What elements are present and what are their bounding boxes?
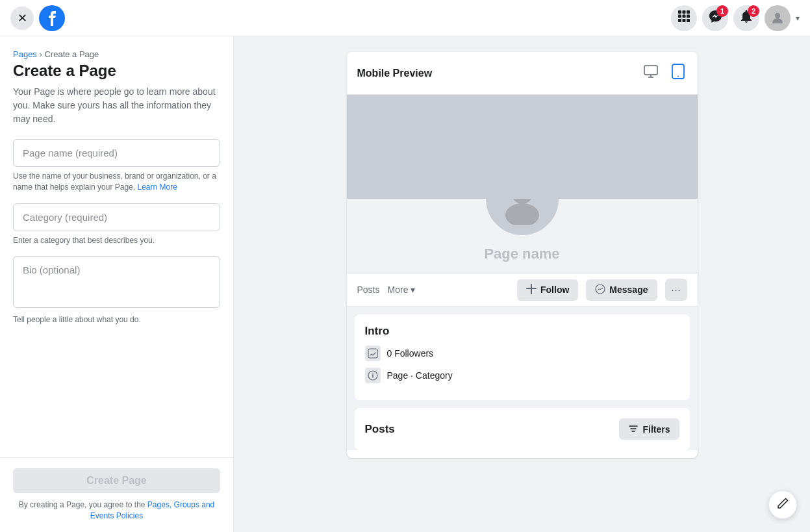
notifications-badge: 2 xyxy=(748,5,759,17)
page-category-text: Page · Category xyxy=(387,370,453,381)
left-sidebar: Pages › Create a Page Create a Page Your… xyxy=(0,36,234,532)
sidebar-bottom: Create Page By creating a Page, you agre… xyxy=(0,457,233,532)
followers-icon xyxy=(365,346,381,361)
svg-point-10 xyxy=(775,13,780,18)
mobile-preview-content: Page name Posts More ▾ xyxy=(347,95,698,450)
preview-header: Mobile Preview xyxy=(347,52,698,95)
messenger-button[interactable]: 1 xyxy=(702,5,728,31)
follow-button[interactable]: Follow xyxy=(517,279,578,301)
bio-hint: Tell people a little about what you do. xyxy=(13,314,220,325)
create-page-button[interactable]: Create Page xyxy=(13,468,220,493)
right-content: Mobile Preview xyxy=(234,36,810,532)
page-category-item: Page · Category xyxy=(365,368,679,383)
svg-rect-4 xyxy=(678,15,681,18)
svg-point-15 xyxy=(677,76,679,77)
preview-more-tab[interactable]: More ▾ xyxy=(388,285,416,295)
edit-floating-button[interactable] xyxy=(768,490,797,519)
chevron-down-icon: ▾ xyxy=(411,285,415,295)
breadcrumb-current: Create a Page xyxy=(44,49,99,59)
category-group: Enter a category that best describes you… xyxy=(13,203,220,246)
info-icon xyxy=(365,368,381,383)
breadcrumb-pages-link[interactable]: Pages xyxy=(13,49,37,59)
cover-photo xyxy=(347,95,698,199)
intro-title: Intro xyxy=(365,325,679,338)
apps-grid-button[interactable] xyxy=(671,5,697,31)
message-button[interactable]: Message xyxy=(586,279,657,301)
main-layout: Pages › Create a Page Create a Page Your… xyxy=(0,36,810,532)
svg-point-20 xyxy=(596,285,605,294)
svg-rect-5 xyxy=(683,15,686,18)
category-hint: Enter a category that best describes you… xyxy=(13,235,220,246)
page-name-hint: Use the name of your business, brand or … xyxy=(13,171,220,193)
terms-text: By creating a Page, you agree to the Pag… xyxy=(13,500,220,522)
follow-icon xyxy=(526,284,537,296)
preview-title: Mobile Preview xyxy=(357,68,433,79)
breadcrumb: Pages › Create a Page xyxy=(13,49,220,59)
svg-rect-21 xyxy=(368,349,377,358)
facebook-logo xyxy=(39,5,65,31)
svg-rect-1 xyxy=(678,10,681,14)
page-name-group: Use the name of your business, brand or … xyxy=(13,139,220,193)
topnav-right: 1 2 ▾ xyxy=(671,5,800,31)
bio-textarea[interactable] xyxy=(13,256,220,308)
desktop-preview-button[interactable] xyxy=(640,61,661,85)
page-description: Your Page is where people go to learn mo… xyxy=(13,85,220,126)
intro-section: Intro 0 Followers xyxy=(355,314,690,400)
close-button[interactable]: ✕ xyxy=(10,6,34,30)
preview-more-label: More xyxy=(388,285,409,295)
mobile-icon xyxy=(672,68,685,82)
svg-point-17 xyxy=(505,203,539,225)
ellipsis-icon: ··· xyxy=(671,283,681,297)
message-icon xyxy=(595,284,605,296)
terms-link[interactable]: Pages, Groups and Events Policies xyxy=(90,500,214,520)
preview-posts-tab[interactable]: Posts xyxy=(357,285,380,295)
profile-dropdown-arrow[interactable]: ▾ xyxy=(796,14,800,23)
posts-section-title: Posts xyxy=(365,423,395,436)
page-name-input[interactable] xyxy=(13,139,220,167)
preview-card: Mobile Preview xyxy=(347,52,698,458)
notifications-button[interactable]: 2 xyxy=(733,5,759,31)
preview-more-button[interactable]: ··· xyxy=(665,279,687,301)
filters-label: Filters xyxy=(642,424,670,435)
bio-group: Tell people a little about what you do. xyxy=(13,256,220,325)
grid-icon xyxy=(677,10,690,26)
desktop-icon xyxy=(643,68,659,82)
filters-button[interactable]: Filters xyxy=(619,418,679,440)
topnav-left: ✕ xyxy=(10,5,65,31)
svg-rect-6 xyxy=(687,15,690,18)
preview-page-name: Page name xyxy=(347,246,698,262)
mobile-preview-button[interactable] xyxy=(669,61,687,85)
preview-view-icons xyxy=(640,61,687,85)
posts-section: Posts Filters xyxy=(355,408,690,450)
close-icon: ✕ xyxy=(18,11,27,25)
preview-nav-bar: Posts More ▾ Follow xyxy=(347,273,698,307)
filters-icon xyxy=(628,423,639,435)
follow-label: Follow xyxy=(540,285,569,295)
followers-item: 0 Followers xyxy=(365,346,679,361)
followers-count: 0 Followers xyxy=(387,348,434,359)
page-desc-text: Your Page is where people go to learn mo… xyxy=(13,86,216,124)
learn-more-link[interactable]: Learn More xyxy=(137,183,177,192)
svg-rect-7 xyxy=(678,19,681,22)
svg-rect-19 xyxy=(531,284,532,294)
category-input[interactable] xyxy=(13,203,220,231)
svg-rect-2 xyxy=(683,10,686,14)
svg-rect-11 xyxy=(644,66,657,75)
svg-point-24 xyxy=(372,373,373,374)
svg-rect-3 xyxy=(687,10,690,14)
message-label: Message xyxy=(609,285,648,295)
svg-rect-8 xyxy=(683,19,686,22)
messenger-badge: 1 xyxy=(716,5,728,17)
page-title: Create a Page xyxy=(13,62,220,80)
svg-rect-9 xyxy=(687,19,690,22)
top-navigation: ✕ xyxy=(0,0,810,36)
profile-avatar[interactable] xyxy=(765,5,791,31)
edit-icon xyxy=(776,497,789,513)
